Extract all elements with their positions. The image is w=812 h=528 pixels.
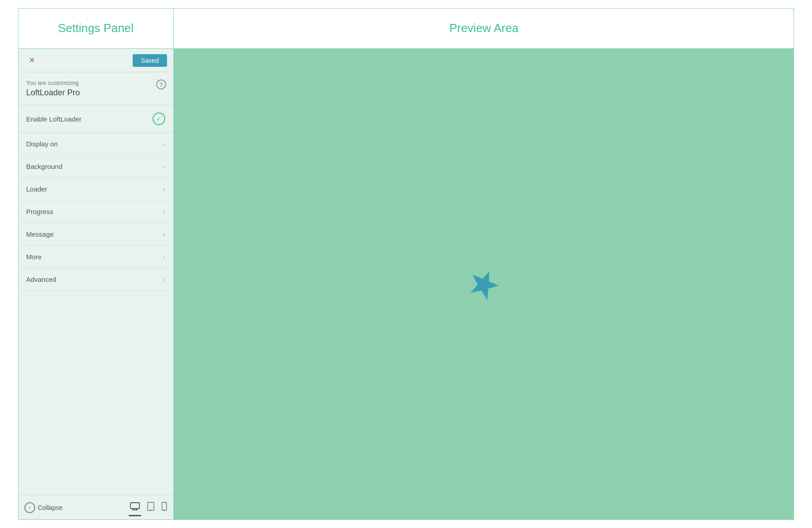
menu-item-progress[interactable]: Progress › [18,201,173,223]
svg-point-7 [164,509,165,510]
menu-item-background[interactable]: Background › [18,155,173,178]
enable-toggle[interactable]: ✓ [153,112,165,125]
chevron-right-icon: › [163,276,165,283]
chevron-right-icon: › [163,186,165,193]
check-icon: ✓ [156,115,162,122]
saved-button[interactable]: Saved [133,54,167,67]
help-icon[interactable]: ? [156,79,166,89]
desktop-icon[interactable] [130,502,140,513]
menu-item-display-on[interactable]: Display on › [18,133,173,155]
settings-panel-title: Settings Panel [58,21,134,35]
customizing-section: You are customizing LoftLoader Pro ? [18,72,173,105]
enable-label: Enable LoftLoader [26,115,82,123]
settings-bottombar: ‹ Collapse [18,495,173,520]
settings-panel-header: Settings Panel [18,8,174,48]
menu-item-loader-label: Loader [26,185,47,193]
menu-item-message-label: Message [26,230,54,238]
menu-item-advanced[interactable]: Advanced › [18,268,173,291]
close-button[interactable]: ✕ [24,53,39,68]
menu-item-display-on-label: Display on [26,140,58,148]
preview-area [174,49,794,520]
chevron-right-icon: › [163,231,165,238]
preview-area-header: Preview Area [174,8,794,48]
svg-marker-8 [468,269,500,300]
menu-item-more-label: More [26,253,42,261]
chevron-right-icon: › [163,140,165,148]
menu-item-progress-label: Progress [26,208,53,215]
menu-item-loader[interactable]: Loader › [18,178,173,201]
collapse-button[interactable]: ‹ Collapse [24,502,62,513]
menu-list: Display on › Background › Loader › Progr… [18,133,173,314]
settings-spacer [18,314,173,495]
header-row: Settings Panel Preview Area [18,8,794,49]
collapse-label: Collapse [38,504,62,511]
loader-shape [468,269,500,300]
menu-item-message[interactable]: Message › [18,223,173,246]
close-icon: ✕ [29,56,35,65]
enable-section[interactable]: Enable LoftLoader ✓ [18,105,173,133]
chevron-right-icon: › [163,208,165,215]
chevron-right-icon: › [163,253,165,261]
tablet-icon[interactable] [147,502,154,513]
preview-area-title: Preview Area [449,21,518,35]
settings-topbar: ✕ Saved [18,49,173,72]
chevron-right-icon: › [163,163,165,170]
menu-item-more[interactable]: More › [18,246,173,268]
svg-point-5 [150,509,151,510]
plugin-name: LoftLoader Pro [26,88,165,98]
settings-panel: ✕ Saved You are customizing LoftLoader P… [18,49,174,520]
mobile-icon[interactable] [162,502,167,513]
content-row: ✕ Saved You are customizing LoftLoader P… [18,49,794,520]
menu-item-background-label: Background [26,163,62,170]
svg-rect-0 [130,503,139,509]
collapse-arrow-icon: ‹ [24,502,35,513]
customizing-label: You are customizing [26,79,165,86]
device-icons [130,502,167,513]
menu-item-advanced-label: Advanced [26,276,56,283]
